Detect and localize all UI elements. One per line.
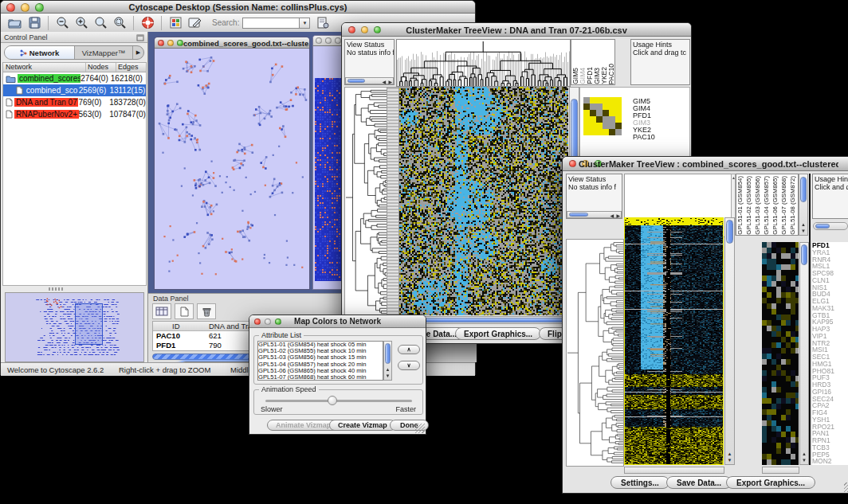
tv2-column-label[interactable]: GPL51-08 (GSM872) xyxy=(789,176,798,235)
close-icon[interactable] xyxy=(569,160,576,167)
zoom-window-icon[interactable] xyxy=(335,37,341,44)
resize-grip[interactable] xyxy=(844,483,848,492)
tv1-column-label[interactable]: GIM4 xyxy=(579,68,586,84)
configure-search-icon[interactable] xyxy=(313,15,332,31)
zoom-window-icon[interactable] xyxy=(177,40,183,46)
zoom-out-icon[interactable] xyxy=(53,15,72,31)
matrix-cell[interactable] xyxy=(603,104,609,110)
dialog-titlebar[interactable]: Map Colors to Network xyxy=(249,315,426,328)
matrix-cell[interactable] xyxy=(609,110,615,116)
panel-split-handle[interactable] xyxy=(49,287,63,291)
tv2-titlebar[interactable]: ClusterMaker TreeView : combined_scores_… xyxy=(563,157,848,171)
tv2-column-label[interactable]: GPL51-07 (GSM868) xyxy=(780,176,789,235)
matrix-cell[interactable] xyxy=(590,123,596,129)
tv2-horizontal-scrollbar[interactable] xyxy=(624,467,724,474)
matrix-cell[interactable] xyxy=(615,116,622,123)
tv2-row-dendrogram[interactable] xyxy=(566,239,624,467)
matrix-cell[interactable] xyxy=(583,97,590,104)
tv2-vertical-scrollbar[interactable]: ▲ ▼ xyxy=(724,217,735,465)
tv1-column-label[interactable]: GIM3 xyxy=(593,68,600,84)
tv2-heatmap[interactable] xyxy=(625,218,723,464)
matrix-cell[interactable] xyxy=(590,97,596,104)
tv2-zoom-horizontal-scrollbar[interactable] xyxy=(762,467,799,474)
matrix-cell[interactable] xyxy=(583,110,590,116)
matrix-cell[interactable] xyxy=(596,123,603,129)
matrix-cell[interactable] xyxy=(615,104,622,110)
help-lifebuoy-icon[interactable] xyxy=(138,15,157,31)
matrix-cell[interactable] xyxy=(596,97,603,104)
matrix-cell[interactable] xyxy=(603,116,609,123)
network-tree-row[interactable]: RNAPuberNov2+563(0)107847(0) xyxy=(3,108,146,120)
tv1-column-label[interactable]: PFD1 xyxy=(586,67,593,84)
matrix-cell[interactable] xyxy=(596,129,603,135)
tv2-status-scrollbar[interactable]: ◀ ▶ xyxy=(567,211,622,218)
minimize-icon[interactable] xyxy=(167,40,174,46)
new-attribute-icon[interactable] xyxy=(175,303,194,319)
matrix-cell[interactable] xyxy=(583,123,590,129)
attribute-list[interactable]: GPL51-01 (GSM854) heat shock 05 minGPL51… xyxy=(257,341,383,381)
tv1-status-scrollbar[interactable]: ◀ ▶ xyxy=(345,77,394,84)
attribute-table-icon[interactable] xyxy=(152,303,171,319)
tv2-row-label[interactable]: MON2 xyxy=(812,458,848,465)
matrix-cell[interactable] xyxy=(615,123,622,129)
tv1-export-graphics-button[interactable]: Export Graphics... xyxy=(455,327,541,340)
tv2-column-label[interactable]: GPL51-03 (GSM856) xyxy=(754,176,763,235)
tv2-column-label[interactable]: GPL51-06 (GSM865) xyxy=(771,176,780,235)
resize-grip[interactable] xyxy=(415,424,425,433)
main-titlebar[interactable]: Cytoscape Desktop (Session Name: collins… xyxy=(1,1,475,14)
matrix-cell[interactable] xyxy=(603,123,609,129)
search-input[interactable] xyxy=(242,18,300,29)
network-tree-row[interactable]: combined_scores2764(0)16218(0) xyxy=(3,72,146,84)
matrix-cell[interactable] xyxy=(596,116,603,123)
matrix-cell[interactable] xyxy=(603,110,609,116)
attribute-list-scrollbar[interactable]: ▲ ▼ xyxy=(383,341,392,381)
matrix-cell[interactable] xyxy=(590,110,596,116)
matrix-cell[interactable] xyxy=(603,97,609,104)
search-dropdown-button[interactable]: ▼ xyxy=(300,18,310,29)
matrix-cell[interactable] xyxy=(596,110,603,116)
birdseye-view[interactable] xyxy=(5,292,144,362)
matrix-cell[interactable] xyxy=(609,104,615,110)
tv1-column-label[interactable]: YKE2 xyxy=(600,67,607,84)
tab-vizmapper[interactable]: VizMapper™ xyxy=(75,46,132,59)
tv2-zoom-heatmap[interactable] xyxy=(762,242,799,465)
move-down-button[interactable]: ∨ xyxy=(398,361,420,370)
attribute-list-item[interactable]: GPL51-07 (GSM868) heat shock 60 min xyxy=(258,374,383,381)
tab-network[interactable]: Network xyxy=(5,46,75,59)
annotation-icon[interactable] xyxy=(185,15,204,31)
close-icon[interactable] xyxy=(158,40,164,46)
zoom-in-icon[interactable] xyxy=(72,15,91,31)
tv1-zoom-heatmap[interactable] xyxy=(583,97,622,135)
network-tree-row[interactable]: DNA and Tran 07769(0)183728(0) xyxy=(3,96,146,108)
move-up-button[interactable]: ∧ xyxy=(398,345,420,354)
matrix-cell[interactable] xyxy=(590,129,596,135)
tv1-column-label[interactable]: GIM5 xyxy=(571,68,579,84)
matrix-cell[interactable] xyxy=(590,104,596,110)
tv2-settings-button[interactable]: Settings... xyxy=(610,476,669,489)
create-vizmap-button[interactable]: Create Vizmap xyxy=(329,420,396,431)
matrix-cell[interactable] xyxy=(609,116,615,123)
matrix-cell[interactable] xyxy=(596,104,603,110)
matrix-cell[interactable] xyxy=(615,110,622,116)
vizmap-grid-icon[interactable] xyxy=(166,15,185,31)
tv2-export-graphics-button[interactable]: Export Graphics... xyxy=(726,476,815,489)
matrix-cell[interactable] xyxy=(583,129,590,135)
matrix-cell[interactable] xyxy=(583,104,590,110)
animation-slider-track[interactable] xyxy=(265,400,412,402)
matrix-cell[interactable] xyxy=(609,97,615,104)
tv2-usage-scrollbar[interactable] xyxy=(813,222,848,230)
network-canvas-dense[interactable] xyxy=(313,46,345,289)
tv2-column-label[interactable]: GPL51-04 (GSM857) xyxy=(763,176,771,235)
delete-attribute-icon[interactable] xyxy=(197,303,216,319)
matrix-cell[interactable] xyxy=(615,129,622,135)
open-file-icon[interactable] xyxy=(6,15,25,31)
matrix-cell[interactable] xyxy=(609,129,615,135)
animation-slider-thumb[interactable] xyxy=(328,396,337,405)
matrix-cell[interactable] xyxy=(609,123,615,129)
network-canvas[interactable] xyxy=(155,49,309,290)
matrix-cell[interactable] xyxy=(615,97,622,104)
minimize-icon[interactable] xyxy=(325,37,332,44)
zoom-selected-icon[interactable] xyxy=(110,15,129,31)
tv1-row-dendrogram[interactable] xyxy=(344,87,387,317)
tv2-save-data-button[interactable]: Save Data... xyxy=(666,476,732,489)
